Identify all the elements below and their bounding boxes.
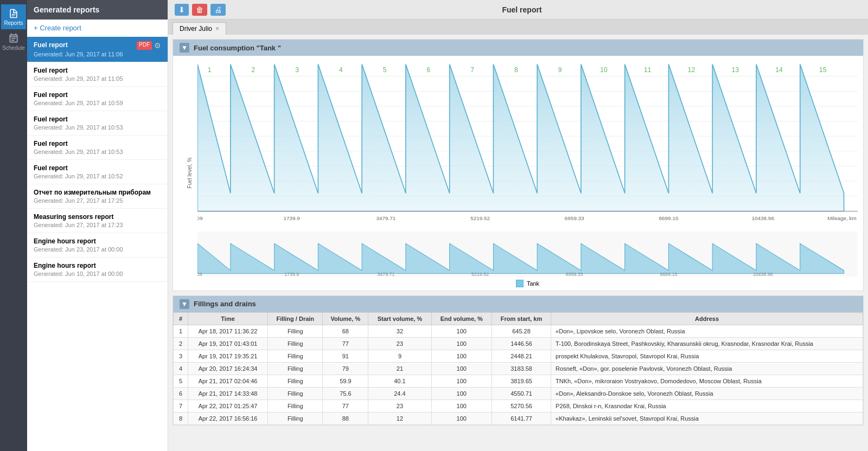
cell-time: Apr 18, 2017 11:36:22: [188, 325, 268, 337]
main-chart-svg: 0 10 20 30 40 50 60 70 80 90 100 110: [197, 61, 858, 229]
cell-from-start: 3183.58: [492, 362, 551, 375]
report-item[interactable]: Fuel report Generated: Jun 29, 2017 at 1…: [27, 62, 168, 87]
cell-from-start: 5270.56: [492, 400, 551, 412]
nav-reports[interactable]: Reports: [1, 4, 26, 29]
settings-icon[interactable]: ⚙: [154, 41, 161, 50]
cell-num: 5: [174, 375, 188, 387]
cell-start-vol: 24.4: [368, 387, 431, 400]
cell-type: Filling: [268, 362, 323, 375]
report-item[interactable]: Отчет по измерительным приборам Generate…: [27, 184, 168, 209]
report-title: Measuring sensors report: [34, 213, 161, 221]
cell-from-start: 3819.65: [492, 375, 551, 387]
nav-schedule[interactable]: Schedule: [1, 29, 26, 54]
svg-text:11: 11: [644, 66, 652, 74]
col-end-volume: End volume, %: [431, 312, 492, 325]
svg-text:10: 10: [600, 66, 608, 74]
reports-list: Fuel report PDF ⚙ Generated: Jun 29, 201…: [27, 37, 168, 451]
report-title: Fuel report: [34, 67, 161, 74]
chart-y-label: Fuel level, %: [187, 158, 193, 189]
collapse-chart-button[interactable]: ▼: [180, 43, 189, 53]
report-title: Fuel report: [34, 140, 161, 147]
collapse-table-button[interactable]: ▼: [180, 299, 189, 309]
report-date: Generated: Jun 10, 2017 at 00:00: [34, 270, 161, 277]
delete-button[interactable]: 🗑: [192, 4, 207, 16]
cell-volume: 91: [323, 350, 368, 362]
cell-address: «Khavkaz», Leninskii sel'sovet, Stavropo…: [551, 412, 863, 424]
cell-time: Apr 19, 2017 01:43:01: [188, 337, 268, 350]
svg-text:1739.9: 1739.9: [284, 272, 299, 276]
svg-text:1739.9: 1739.9: [283, 215, 300, 221]
cell-volume: 59.9: [323, 375, 368, 387]
svg-text:14: 14: [775, 66, 783, 74]
svg-text:9: 9: [558, 66, 562, 74]
svg-text:0.09: 0.09: [197, 215, 203, 221]
cell-num: 6: [174, 387, 188, 400]
cell-volume: 79: [323, 362, 368, 375]
cell-num: 8: [174, 412, 188, 424]
svg-text:3479.71: 3479.71: [377, 272, 394, 276]
tab-close-icon[interactable]: ×: [215, 25, 219, 33]
report-date: Generated: Jun 27, 2017 at 17:25: [34, 197, 161, 204]
report-date: Generated: Jun 29, 2017 at 10:52: [34, 173, 161, 179]
report-date: Generated: Jun 29, 2017 at 11:05: [34, 75, 161, 82]
download-button[interactable]: ⬇: [175, 4, 189, 16]
table-row: 8 Apr 22, 2017 16:56:16 Filling 88 12 10…: [174, 412, 863, 424]
cell-end-vol: 100: [431, 400, 492, 412]
cell-address: Rosneft, «Don», gor. poselenie Pavlovsk,…: [551, 362, 863, 375]
reports-sidebar: Generated reports + Create report Fuel r…: [27, 0, 168, 451]
fillings-header: ▼ Fillings and drains: [173, 296, 863, 312]
report-item[interactable]: Fuel report Generated: Jun 29, 2017 at 1…: [27, 87, 168, 111]
report-item[interactable]: Measuring sensors report Generated: Jun …: [27, 209, 168, 233]
col-address: Address: [551, 312, 863, 325]
report-item[interactable]: Fuel report Generated: Jun 29, 2017 at 1…: [27, 160, 168, 184]
report-item[interactable]: Fuel report PDF ⚙ Generated: Jun 29, 201…: [27, 37, 168, 62]
svg-text:8699.15: 8699.15: [660, 272, 677, 276]
cell-end-vol: 100: [431, 387, 492, 400]
nav-schedule-label: Schedule: [2, 45, 25, 51]
cell-type: Filling: [268, 337, 323, 350]
mini-chart-svg: 0.09 1739.9 3479.71 5219.52 6959.33 8699…: [197, 231, 858, 276]
cell-time: Apr 19, 2017 19:35:21: [188, 350, 268, 362]
reports-title: Generated reports: [34, 5, 99, 14]
fuel-consumption-title: Fuel consumption "Tank ": [194, 44, 281, 52]
tab-driver-julio[interactable]: Driver Julio ×: [173, 22, 226, 35]
table-row: 5 Apr 21, 2017 02:04:46 Filling 59.9 40.…: [174, 375, 863, 387]
report-date: Generated: Jun 23, 2017 at 00:00: [34, 246, 161, 253]
svg-text:7: 7: [470, 66, 474, 74]
cell-end-vol: 100: [431, 350, 492, 362]
create-report-button[interactable]: + Create report: [27, 20, 168, 37]
svg-text:5: 5: [383, 66, 387, 74]
svg-text:2: 2: [252, 66, 256, 74]
report-item[interactable]: Engine hours report Generated: Jun 23, 2…: [27, 233, 168, 257]
cell-time: Apr 22, 2017 01:25:47: [188, 400, 268, 412]
col-from-start: From start, km: [492, 312, 551, 325]
cell-end-vol: 100: [431, 362, 492, 375]
tab-label: Driver Julio: [180, 25, 212, 33]
fuel-consumption-section: ▼ Fuel consumption "Tank " Fuel level, %: [173, 39, 864, 291]
print-button[interactable]: 🖨: [210, 4, 226, 16]
fillings-section: ▼ Fillings and drains # Time Filling / D…: [173, 295, 864, 426]
cell-start-vol: 23: [368, 337, 431, 350]
pdf-badge: PDF: [137, 41, 152, 50]
cell-type: Filling: [268, 325, 323, 337]
table-row: 7 Apr 22, 2017 01:25:47 Filling 77 23 10…: [174, 400, 863, 412]
table-row: 3 Apr 19, 2017 19:35:21 Filling 91 9 100…: [174, 350, 863, 362]
chart-legend: Tank: [197, 276, 858, 291]
cell-volume: 75.6: [323, 387, 368, 400]
page-title: Fuel report: [226, 5, 818, 14]
table-header-row: # Time Filling / Drain Volume, % Start v…: [174, 312, 863, 325]
report-item[interactable]: Fuel report Generated: Jun 29, 2017 at 1…: [27, 111, 168, 136]
table-row: 4 Apr 20, 2017 16:24:34 Filling 79 21 10…: [174, 362, 863, 375]
cell-start-vol: 21: [368, 362, 431, 375]
cell-volume: 88: [323, 412, 368, 424]
report-item[interactable]: Engine hours report Generated: Jun 10, 2…: [27, 257, 168, 282]
report-title: Fuel report: [34, 41, 68, 49]
report-item[interactable]: Fuel report Generated: Jun 29, 2017 at 1…: [27, 136, 168, 160]
cell-address: «Don», Lipovskoe selo, Voronezh Oblast, …: [551, 325, 863, 337]
legend-color-tank: [516, 280, 524, 287]
cell-address: P268, Dinskoi r-n, Krasnodar Krai, Russi…: [551, 400, 863, 412]
fuel-consumption-header: ▼ Fuel consumption "Tank ": [173, 40, 863, 56]
svg-text:12: 12: [688, 66, 695, 74]
svg-text:6959.33: 6959.33: [565, 215, 584, 221]
svg-text:4: 4: [339, 66, 343, 74]
